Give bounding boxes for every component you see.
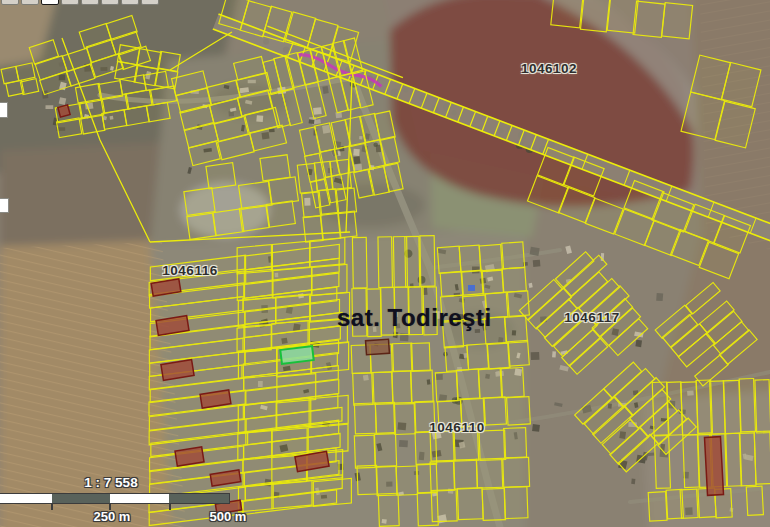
parcel[interactable] [435, 372, 458, 402]
parcel[interactable] [445, 345, 469, 371]
parcel[interactable] [430, 431, 455, 461]
parcel[interactable] [373, 372, 393, 404]
parcel[interactable] [393, 343, 413, 372]
parcel[interactable] [276, 294, 311, 323]
toolbar-button[interactable] [121, 0, 139, 5]
parcel[interactable] [431, 490, 457, 522]
parcel[interactable] [459, 245, 481, 272]
parcel[interactable] [272, 241, 309, 271]
toolbar-button[interactable] [1, 0, 19, 5]
parcel[interactable] [238, 348, 277, 379]
parcel[interactable] [338, 211, 357, 238]
toolbar-button[interactable] [21, 0, 39, 5]
parcel[interactable] [739, 433, 756, 486]
brown-highlighted-parcel[interactable] [366, 339, 390, 355]
parcel[interactable] [272, 321, 308, 349]
parcel[interactable] [411, 370, 433, 402]
parcel[interactable] [213, 209, 244, 236]
green-highlighted-parcel[interactable] [280, 346, 313, 364]
parcel[interactable] [238, 484, 273, 512]
parcel[interactable] [648, 492, 667, 521]
parcel[interactable] [504, 428, 527, 458]
parcel[interactable] [457, 488, 483, 520]
parcel[interactable] [238, 402, 276, 433]
parcel[interactable] [124, 106, 149, 126]
parcel[interactable] [502, 267, 526, 292]
parcel[interactable] [392, 371, 412, 403]
parcel[interactable] [303, 216, 323, 243]
parcel[interactable] [723, 380, 740, 433]
parcel[interactable] [378, 493, 399, 526]
parcel[interactable] [318, 189, 338, 214]
parcel[interactable] [81, 114, 105, 134]
parcel[interactable] [411, 343, 430, 372]
parcel[interactable] [146, 102, 170, 122]
parcel[interactable] [237, 269, 272, 300]
parcel[interactable] [405, 236, 420, 287]
parcel[interactable] [479, 244, 502, 271]
parcel[interactable] [507, 397, 531, 425]
parcel[interactable] [483, 397, 506, 425]
parcel[interactable] [376, 466, 397, 495]
parcel[interactable] [357, 465, 378, 494]
parcel[interactable] [134, 65, 158, 86]
parcel[interactable] [551, 0, 583, 28]
toolbar-button[interactable] [41, 0, 59, 5]
parcel[interactable] [313, 478, 351, 506]
parcel[interactable] [378, 237, 393, 288]
parcel[interactable] [503, 457, 530, 487]
parcel[interactable] [453, 431, 479, 461]
parcel[interactable] [394, 404, 416, 435]
parcel[interactable] [508, 340, 530, 366]
toolbar-button[interactable] [61, 0, 79, 5]
parcel[interactable] [454, 459, 478, 489]
parcel[interactable] [652, 382, 668, 435]
parcel[interactable] [482, 488, 505, 520]
parcel[interactable] [277, 398, 311, 429]
parcel[interactable] [755, 380, 770, 433]
parcel[interactable] [352, 237, 367, 288]
parcel[interactable] [420, 236, 435, 287]
parcel[interactable] [476, 458, 502, 488]
parcel[interactable] [440, 271, 463, 296]
map-canvas[interactable] [0, 0, 770, 527]
parcel[interactable] [667, 382, 683, 435]
map-viewport[interactable]: sat. Todireşti 1046102 1046116 1046117 1… [0, 0, 770, 527]
parcel[interactable] [353, 373, 373, 405]
parcel[interactable] [238, 431, 272, 461]
parcel[interactable] [314, 161, 332, 191]
toolbar-button[interactable] [81, 0, 99, 5]
parcel[interactable] [739, 379, 755, 432]
parcel[interactable] [504, 487, 528, 519]
parcel[interactable] [746, 486, 763, 515]
red-highlighted-parcel[interactable] [704, 437, 723, 496]
parcel[interactable] [312, 264, 347, 295]
parcel[interactable] [260, 155, 290, 181]
parcel[interactable] [754, 431, 770, 484]
parcel[interactable] [479, 368, 502, 398]
parcel[interactable] [375, 402, 395, 433]
parcel[interactable] [57, 118, 82, 138]
parcel[interactable] [487, 343, 510, 369]
parcel[interactable] [354, 403, 376, 434]
parcel[interactable] [187, 213, 216, 239]
parcel[interactable] [633, 1, 665, 37]
parcel[interactable] [206, 163, 236, 189]
toolbar-button[interactable] [141, 0, 159, 5]
parcel[interactable] [184, 188, 215, 216]
parcel[interactable] [374, 434, 396, 467]
parcel[interactable] [309, 395, 348, 426]
parcel[interactable] [321, 213, 341, 240]
parcel[interactable] [437, 246, 461, 273]
parcel[interactable] [681, 382, 698, 435]
parcel[interactable] [457, 369, 480, 399]
parcel[interactable] [396, 466, 417, 495]
parcel[interactable] [20, 79, 38, 95]
parcel[interactable] [467, 344, 489, 370]
parcel[interactable] [662, 3, 693, 39]
parcel[interactable] [502, 242, 525, 269]
parcel[interactable] [273, 267, 312, 298]
parcel[interactable] [238, 297, 275, 327]
parcel[interactable] [462, 270, 484, 295]
toolbar-button[interactable] [101, 0, 119, 5]
